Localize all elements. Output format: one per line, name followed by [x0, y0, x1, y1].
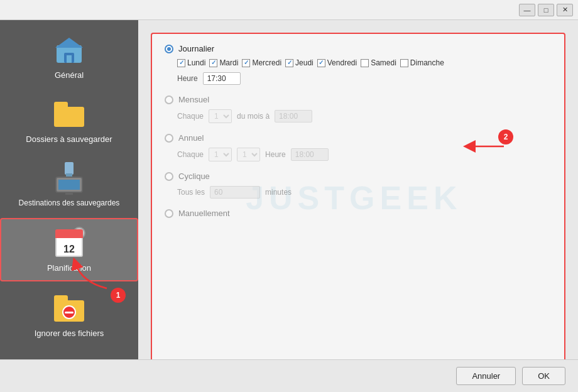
schedule-panel: JUSTGEEK Journalier Lundi Mardi — [151, 33, 565, 379]
sidebar-item-ignorer[interactable]: Ignorer des fichiers — [0, 285, 138, 346]
cyclique-minutes-label: minutes — [265, 188, 292, 197]
cyclique-tous-les-label: Tous les — [177, 188, 205, 197]
sidebar-item-planification[interactable]: ⌚ 12 Planification — [0, 218, 138, 281]
destinations-icon — [54, 162, 84, 195]
ok-button[interactable]: OK — [522, 367, 565, 385]
general-icon-area — [53, 34, 85, 67]
manuellement-label: Manuellement — [178, 209, 230, 218]
day-dimanche[interactable]: Dimanche — [400, 58, 444, 67]
annuel-val1-select[interactable]: 123 — [209, 148, 232, 161]
journalier-time-input[interactable] — [203, 72, 241, 85]
day-vendredi[interactable]: Vendredi — [317, 58, 357, 67]
svg-rect-3 — [67, 55, 72, 63]
day-lundi[interactable]: Lundi — [177, 58, 205, 67]
general-icon — [54, 35, 84, 65]
dimanche-checkbox[interactable] — [400, 59, 408, 67]
day-mercredi[interactable]: Mercredi — [242, 58, 281, 67]
calendar-icon: ⌚ 12 — [55, 229, 83, 257]
svg-marker-1 — [55, 38, 83, 48]
destinations-icon-area — [53, 162, 85, 195]
sidebar-item-destinations[interactable]: Destinations des sauvegardes — [0, 155, 138, 215]
day-jeudi[interactable]: Jeudi — [285, 58, 314, 67]
mensuel-time-input[interactable] — [275, 110, 312, 122]
mensuel-chaque-select[interactable]: 123 — [209, 109, 232, 123]
jeudi-label: Jeudi — [295, 58, 314, 67]
manuellement-section: Manuellement — [165, 209, 552, 218]
manuellement-radio[interactable] — [165, 209, 173, 218]
samedi-checkbox[interactable] — [361, 59, 369, 67]
planification-icon-area: ⌚ 12 — [53, 227, 85, 259]
cyclique-options-row: Tous les minutes — [177, 186, 552, 199]
mercredi-checkbox[interactable] — [242, 59, 250, 67]
mardi-label: Mardi — [219, 58, 238, 67]
annuel-radio-row: Annuel — [165, 133, 552, 143]
cyclique-label: Cyclique — [178, 172, 210, 181]
sidebar-label-dossiers: Dossiers à sauvegarder — [26, 134, 112, 144]
journalier-radio-row: Journalier — [165, 44, 552, 53]
svg-rect-7 — [58, 180, 80, 190]
mensuel-radio-row: Mensuel — [165, 95, 552, 104]
cancel-button[interactable]: Annuler — [456, 367, 516, 385]
lundi-label: Lundi — [187, 58, 205, 67]
samedi-label: Samedi — [371, 58, 396, 67]
manuellement-radio-row: Manuellement — [165, 209, 552, 218]
sidebar-item-general[interactable]: Général — [0, 26, 138, 87]
annuel-time-input[interactable] — [291, 148, 329, 161]
mercredi-label: Mercredi — [252, 58, 281, 67]
title-bar: — □ ✕ — [0, 0, 578, 20]
dimanche-label: Dimanche — [410, 58, 444, 67]
sidebar-label-general: Général — [55, 70, 84, 80]
journalier-section: Journalier Lundi Mardi Mercredi — [165, 44, 552, 85]
cyclique-radio-row: Cyclique — [165, 172, 552, 181]
annuel-heure-label: Heure — [265, 150, 286, 159]
dossiers-icon-area — [53, 98, 85, 131]
vendredi-label: Vendredi — [327, 58, 357, 67]
maximize-button[interactable]: □ — [538, 4, 554, 16]
sidebar-label-planification: Planification — [47, 263, 91, 273]
annuel-val2-select[interactable]: 12 — [237, 148, 260, 161]
annuel-options-row: Chaque 123 12 Heure — [177, 148, 552, 161]
sidebar-label-ignorer: Ignorer des fichiers — [35, 329, 104, 338]
annuel-chaque-label: Chaque — [177, 150, 204, 159]
mensuel-section: Mensuel Chaque 123 du mois à — [165, 95, 552, 123]
svg-rect-4 — [65, 162, 74, 175]
journalier-time-label: Heure — [177, 74, 198, 83]
main-layout: Général Dossiers à sauvegarder — [0, 20, 578, 392]
close-button[interactable]: ✕ — [557, 4, 573, 16]
days-row: Lundi Mardi Mercredi Jeudi — [177, 58, 552, 67]
sidebar-item-dossiers[interactable]: Dossiers à sauvegarder — [0, 90, 138, 151]
annuel-section: Annuel Chaque 123 12 Heure — [165, 133, 552, 161]
journalier-label: Journalier — [178, 44, 214, 53]
vendredi-checkbox[interactable] — [317, 59, 325, 67]
mardi-checkbox[interactable] — [209, 59, 217, 67]
mensuel-options-row: Chaque 123 du mois à — [177, 109, 552, 123]
journalier-radio[interactable] — [165, 45, 173, 53]
content-area: JUSTGEEK Journalier Lundi Mardi — [138, 20, 578, 392]
cyclique-minutes-input[interactable] — [210, 186, 260, 199]
annuel-label: Annuel — [178, 133, 204, 143]
mensuel-label: Mensuel — [178, 95, 209, 104]
jeudi-checkbox[interactable] — [285, 59, 293, 67]
cyclique-radio[interactable] — [165, 172, 173, 181]
folder-icon — [54, 102, 84, 127]
sidebar: Général Dossiers à sauvegarder — [0, 20, 138, 392]
svg-rect-8 — [65, 192, 73, 195]
annuel-radio[interactable] — [165, 134, 173, 143]
mensuel-du-mois-label: du mois à — [237, 112, 270, 121]
ignorer-icon-area — [53, 292, 85, 325]
lundi-checkbox[interactable] — [177, 59, 185, 67]
sidebar-label-destinations: Destinations des sauvegardes — [19, 199, 120, 207]
mensuel-chaque-label: Chaque — [177, 112, 204, 121]
minimize-button[interactable]: — — [519, 4, 535, 16]
ignore-icon — [54, 295, 84, 322]
journalier-time-row: Heure — [177, 72, 552, 85]
mensuel-radio[interactable] — [165, 95, 173, 104]
day-samedi[interactable]: Samedi — [361, 58, 396, 67]
day-mardi[interactable]: Mardi — [209, 58, 238, 67]
bottom-bar: Annuler OK — [0, 359, 578, 392]
cyclique-section: Cyclique Tous les minutes — [165, 172, 552, 199]
